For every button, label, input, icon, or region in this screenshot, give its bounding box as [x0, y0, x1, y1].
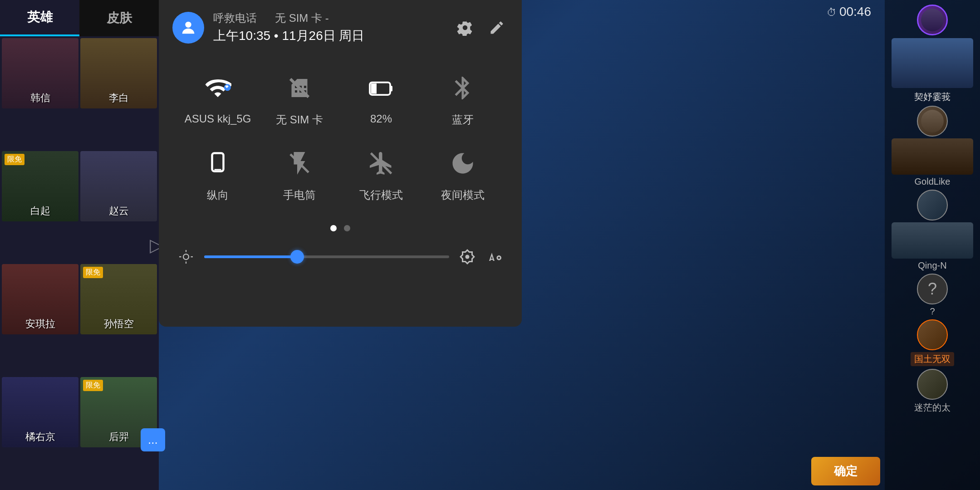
- svg-rect-7: [215, 169, 221, 171]
- page-dots: [159, 220, 522, 240]
- brightness-fill: [204, 255, 297, 258]
- toggle-wifi[interactable]: ASUS kkj_5G: [177, 61, 259, 136]
- wifi-icon: [200, 70, 236, 106]
- toggle-nightmode[interactable]: 夜间模式: [422, 136, 504, 211]
- right-char-2: [892, 138, 973, 175]
- limited-badge-sunwukong: 限免: [83, 267, 103, 278]
- nightmode-icon: [445, 145, 481, 181]
- page-dot-1[interactable]: [330, 225, 337, 231]
- right-item-2: GoldLike: [885, 103, 980, 187]
- airplane-icon: [363, 145, 399, 181]
- sim-label: 无 SIM 卡: [276, 113, 323, 127]
- chat-bubble[interactable]: ...: [141, 428, 165, 451]
- rotate-label: 纵向: [207, 188, 229, 202]
- toggle-battery[interactable]: 82%: [340, 61, 422, 136]
- status-clock: ⏱00:46: [818, 0, 880, 24]
- hero-cell-libai[interactable]: 李白: [80, 38, 157, 108]
- brightness-auto-text-icon[interactable]: [485, 248, 504, 266]
- hero-name-juyoujing: 橘右京: [2, 430, 78, 444]
- brightness-thumb[interactable]: [290, 250, 304, 264]
- page-dot-2[interactable]: [344, 225, 350, 231]
- battery-icon: [363, 70, 399, 106]
- svg-rect-4: [371, 83, 377, 94]
- svg-rect-6: [212, 153, 224, 172]
- airplane-label: 飞行模式: [359, 188, 403, 202]
- tab-skin[interactable]: 皮肤: [79, 0, 159, 36]
- flashlight-label: 手电筒: [283, 188, 316, 202]
- notif-header: 呼救电话 无 SIM 卡 - 上午10:35 • 11月26日 周日: [159, 0, 522, 52]
- svg-point-15: [466, 255, 470, 259]
- hero-name-libai: 李白: [80, 91, 157, 105]
- battery-label: 82%: [370, 113, 392, 125]
- settings-button[interactable]: [454, 16, 476, 39]
- hero-cell-hanxin[interactable]: 韩信: [2, 38, 78, 108]
- hero-cell-baiqi[interactable]: 限免 白起: [2, 151, 78, 221]
- right-label-6: 迷茫的太: [914, 402, 951, 414]
- bluetooth-label: 蓝牙: [452, 113, 474, 127]
- hero-cell-sunwukong[interactable]: 限免 孙悟空: [80, 264, 157, 334]
- toggle-rotate[interactable]: 纵向: [177, 136, 259, 211]
- confirm-button[interactable]: 确定: [811, 457, 880, 485]
- svg-point-0: [185, 22, 191, 28]
- notif-info: 呼救电话 无 SIM 卡 - 上午10:35 • 11月26日 周日: [213, 11, 445, 44]
- bluetooth-icon: [445, 70, 481, 106]
- right-label-2: GoldLike: [915, 176, 951, 187]
- right-char-1: [892, 38, 973, 88]
- confirm-label: 确定: [811, 457, 880, 485]
- nightmode-label: 夜间模式: [441, 188, 485, 202]
- brightness-auto-icon[interactable]: [458, 248, 476, 266]
- svg-rect-5: [390, 86, 392, 92]
- sim-icon: [281, 70, 318, 106]
- right-avatar-3: [917, 190, 948, 220]
- brightness-bar: [159, 240, 522, 279]
- quick-toggles: ASUS kkj_5G 无 SIM 卡 82%: [159, 52, 522, 220]
- left-tabs: 英雄 皮肤: [0, 0, 159, 36]
- hero-name-baiqi: 白起: [2, 204, 78, 218]
- right-label-4: ?: [930, 306, 935, 317]
- person-icon: [179, 19, 197, 37]
- right-avatar-1: [917, 5, 948, 35]
- left-panel: 英雄 皮肤 韩信 李白 限免 白起 赵云 安琪拉 限免 孙悟: [0, 0, 159, 490]
- right-item-5: 国土无双: [885, 317, 980, 366]
- svg-point-10: [183, 254, 189, 260]
- right-item-4: ? ?: [885, 271, 980, 317]
- hero-name-anjila: 安琪拉: [2, 317, 78, 331]
- wifi-label: ASUS kkj_5G: [185, 113, 251, 125]
- notif-time-line: 上午10:35 • 11月26日 周日: [213, 27, 445, 44]
- toggle-bluetooth[interactable]: 蓝牙: [422, 61, 504, 136]
- hero-name-sunwukong: 孙悟空: [80, 317, 157, 331]
- emergency-call-label: 呼救电话: [213, 12, 257, 24]
- right-label-3: Qing-N: [918, 260, 946, 271]
- hero-name-zhaoyun: 赵云: [80, 204, 157, 218]
- right-label-5: 国土无双: [911, 352, 954, 366]
- notif-actions: [454, 16, 508, 39]
- flashlight-icon: [281, 145, 318, 181]
- right-item-6: 迷茫的太: [885, 366, 980, 414]
- right-avatar-5: [917, 319, 948, 350]
- user-avatar: [172, 12, 204, 44]
- hero-cell-zhaoyun[interactable]: 赵云: [80, 151, 157, 221]
- notification-panel: 呼救电话 无 SIM 卡 - 上午10:35 • 11月26日 周日: [159, 0, 522, 327]
- limited-badge-houyi: 限免: [83, 380, 103, 391]
- rotate-icon: [200, 145, 236, 181]
- right-panel: 契妤霎莪 GoldLike Qing-N ? ? 国土无双 迷茫的太: [885, 0, 980, 490]
- right-avatar-4: ?: [917, 274, 948, 304]
- brightness-low-icon: [177, 248, 195, 266]
- hero-name-hanxin: 韩信: [2, 91, 78, 105]
- hero-grid: 韩信 李白 限免 白起 赵云 安琪拉 限免 孙悟空 橘右京: [0, 36, 159, 490]
- right-char-3: [892, 222, 973, 259]
- toggle-airplane[interactable]: 飞行模式: [340, 136, 422, 211]
- brightness-track[interactable]: [204, 255, 449, 258]
- sim-status-label: 无 SIM 卡 -: [275, 12, 329, 24]
- right-item-3: Qing-N: [885, 187, 980, 271]
- limited-badge-baiqi: 限免: [5, 154, 24, 165]
- notif-top-line: 呼救电话 无 SIM 卡 -: [213, 11, 445, 25]
- hero-cell-anjila[interactable]: 安琪拉: [2, 264, 78, 334]
- edit-button[interactable]: [485, 16, 508, 39]
- toggle-sim[interactable]: 无 SIM 卡: [259, 61, 340, 136]
- hero-cell-juyoujing[interactable]: 橘右京: [2, 377, 78, 447]
- toggle-flashlight[interactable]: 手电筒: [259, 136, 340, 211]
- tab-hero[interactable]: 英雄: [0, 0, 79, 36]
- right-avatar-2: [917, 106, 948, 137]
- right-avatar-6: [917, 369, 948, 400]
